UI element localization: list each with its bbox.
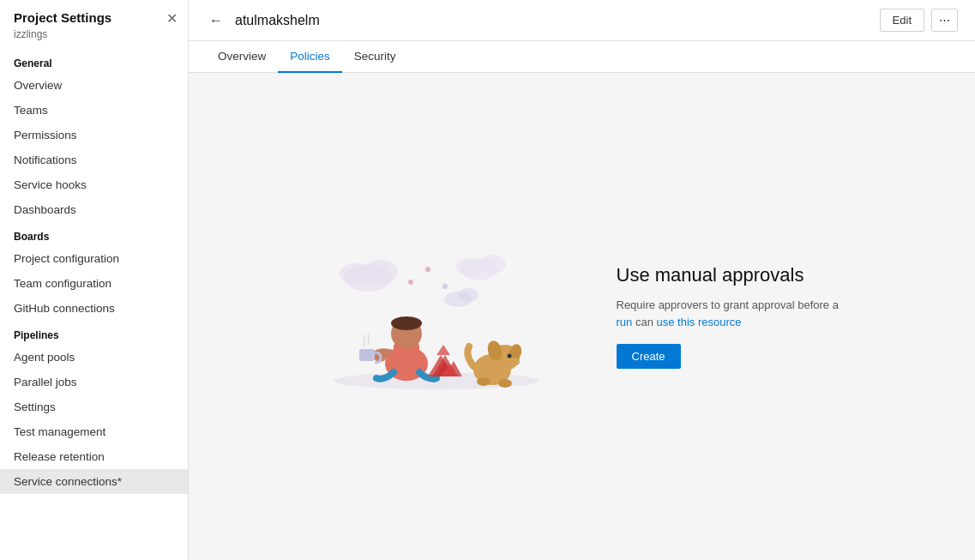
desc-run-link[interactable]: run [617,316,633,328]
svg-point-7 [458,288,478,302]
svg-point-15 [391,316,422,330]
main-content: ← atulmakshelm Edit ⋯ Overview Policies … [189,0,975,560]
tab-security[interactable]: Security [342,41,408,73]
empty-state-title: Use manual approvals [617,264,857,286]
svg-point-30 [477,377,491,386]
sidebar-item-parallel-jobs[interactable]: Parallel jobs [0,370,188,394]
svg-point-2 [340,263,370,284]
sidebar-item-settings[interactable]: Settings [0,394,188,419]
sidebar-item-overview[interactable]: Overview [0,73,188,98]
svg-rect-16 [359,349,375,361]
sidebar-item-service-hooks[interactable]: Service hooks [0,172,188,197]
svg-point-29 [508,358,520,366]
sidebar-item-dashboards[interactable]: Dashboards [0,197,188,222]
edit-button[interactable]: Edit [880,9,924,32]
sidebar-title: Project Settings [0,0,188,28]
desc-part1: Require approvers to grant approval befo… [617,298,839,311]
desc-use-link[interactable]: use this resource [656,316,741,328]
desc-part2: can [632,316,656,328]
sidebar-section-pipelines: Pipelines [0,321,188,345]
svg-point-31 [498,379,512,388]
svg-point-5 [456,258,482,275]
sidebar-item-release-retention[interactable]: Release retention [0,444,188,469]
top-header: ← atulmakshelm Edit ⋯ [189,0,975,41]
svg-point-8 [408,280,413,285]
sidebar-item-notifications[interactable]: Notifications [0,148,188,172]
svg-point-4 [478,255,506,274]
sidebar-item-service-connections[interactable]: Service connections* [0,469,188,494]
sidebar-subtitle: izzlings [0,28,188,49]
sidebar: Project Settings izzlings ✕ General Over… [0,0,189,560]
more-options-button[interactable]: ⋯ [931,9,958,32]
content-area: Use manual approvals Require approvers t… [189,73,975,560]
header-left: ← atulmakshelm [206,9,320,32]
sidebar-item-agent-pools[interactable]: Agent pools [0,345,188,370]
tab-policies[interactable]: Policies [278,41,342,73]
sidebar-item-teams[interactable]: Teams [0,98,188,123]
svg-marker-22 [436,345,450,355]
tabs-bar: Overview Policies Security [189,41,975,73]
empty-state-description: Require approvers to grant approval befo… [617,297,857,330]
sidebar-section-general: General [0,49,188,73]
illustration [308,231,565,402]
sidebar-item-github-connections[interactable]: GitHub connections [0,296,188,321]
sidebar-item-permissions[interactable]: Permissions [0,123,188,148]
sidebar-section-boards: Boards [0,222,188,246]
empty-state-text-container: Use manual approvals Require approvers t… [617,264,857,369]
svg-point-10 [442,284,448,289]
sidebar-item-test-management[interactable]: Test management [0,419,188,444]
create-button[interactable]: Create [617,344,681,369]
page-title: atulmakshelm [235,13,320,28]
tab-overview[interactable]: Overview [206,41,278,73]
empty-state: Use manual approvals Require approvers t… [308,231,857,402]
svg-point-9 [425,267,430,272]
sidebar-item-project-configuration[interactable]: Project configuration [0,246,188,271]
sidebar-item-team-configuration[interactable]: Team configuration [0,271,188,296]
svg-point-27 [507,354,511,358]
close-icon[interactable]: ✕ [163,7,181,30]
header-right: Edit ⋯ [880,9,958,32]
back-button[interactable]: ← [206,9,226,32]
